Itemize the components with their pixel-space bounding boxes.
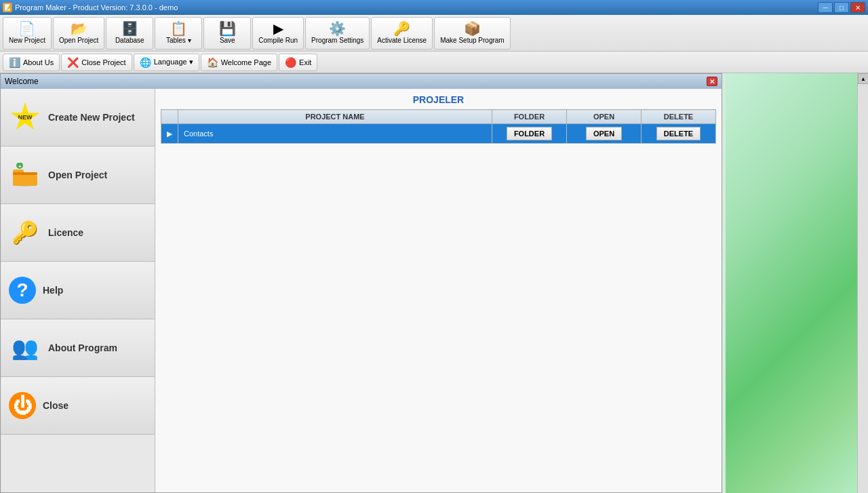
sidebar-licence-label: Licence <box>48 227 83 238</box>
open-project-folder-icon: + <box>9 159 41 191</box>
main-area: ▲ Welcome ✕ NEW Create New Project <box>0 73 868 493</box>
welcome-page-icon: 🏠 <box>207 57 218 68</box>
maximize-button[interactable]: □ <box>834 2 849 13</box>
svg-rect-1 <box>13 175 37 186</box>
row-project-name: Contacts <box>178 124 492 144</box>
about-us-icon: ℹ️ <box>9 57 20 68</box>
new-project-star-icon: NEW <box>9 101 41 134</box>
col-arrow <box>161 110 178 124</box>
close-project-label: Close Project <box>81 58 125 66</box>
col-delete: DELETE <box>642 110 716 124</box>
program-settings-button[interactable]: ⚙️ Program Settings <box>305 17 370 50</box>
database-label: Database <box>115 37 144 44</box>
compile-run-label: Compile Run <box>258 37 298 44</box>
sidebar-help-label: Help <box>43 285 63 296</box>
close-project-icon: ❌ <box>67 57 79 68</box>
welcome-content: NEW Create New Project + <box>1 89 722 492</box>
titlebar-left: 📝 Program Maker - Product Version: 7.3.0… <box>3 3 178 12</box>
toolbar2: ℹ️ About Us ❌ Close Project 🌐 Language ▾… <box>0 52 868 73</box>
save-button[interactable]: 💾 Save <box>203 17 251 50</box>
open-project-button[interactable]: 📂 Open Project <box>53 17 104 50</box>
compile-run-icon: ▶ <box>273 22 283 35</box>
tables-label: Tables ▾ <box>166 37 191 44</box>
program-settings-label: Program Settings <box>311 37 363 44</box>
make-setup-icon: 📦 <box>464 22 481 35</box>
language-label: Language ▾ <box>154 58 193 66</box>
exit-label: Exit <box>299 58 311 66</box>
titlebar-controls: ─ □ ✕ <box>818 2 865 13</box>
welcome-title: Welcome <box>5 77 39 86</box>
close-power-icon: ⏻ <box>9 392 36 419</box>
toolbar1: 📄 New Project 📂 Open Project 🗄️ Database… <box>0 15 868 52</box>
welcome-window: Welcome ✕ NEW Create New Project <box>0 73 722 493</box>
open-project-icon: 📂 <box>71 22 87 35</box>
save-icon: 💾 <box>219 22 236 35</box>
sidebar-create-label: Create New Project <box>48 112 135 123</box>
sidebar: NEW Create New Project + <box>1 89 155 492</box>
row-delete-cell: DELETE <box>642 124 716 144</box>
col-project-name: PROJECT NAME <box>178 110 492 124</box>
app-icon: 📝 <box>3 3 12 12</box>
new-project-button[interactable]: 📄 New Project <box>3 17 52 50</box>
sidebar-create-new-project[interactable]: NEW Create New Project <box>1 89 155 146</box>
compile-run-button[interactable]: ▶ Compile Run <box>252 17 304 50</box>
activate-license-icon: 🔑 <box>393 22 410 35</box>
background-panel <box>726 73 868 493</box>
save-label: Save <box>220 37 235 44</box>
exit-button[interactable]: 🔴 Exit <box>279 54 317 71</box>
sidebar-help[interactable]: ? Help <box>1 262 155 319</box>
delete-button[interactable]: DELETE <box>656 127 701 140</box>
svg-text:+: + <box>18 163 22 170</box>
new-project-label: New Project <box>9 37 45 44</box>
exit-icon: 🔴 <box>285 57 296 68</box>
activate-license-button[interactable]: 🔑 Activate License <box>371 17 433 50</box>
welcome-page-button[interactable]: 🏠 Welcome Page <box>201 54 277 71</box>
tables-icon: 📋 <box>170 22 187 35</box>
about-program-icon: 👥 <box>9 332 41 364</box>
close-project-button[interactable]: ❌ Close Project <box>61 54 132 71</box>
row-open-cell: OPEN <box>567 124 642 144</box>
titlebar: 📝 Program Maker - Product Version: 7.3.0… <box>0 0 868 15</box>
folder-button[interactable]: FOLDER <box>507 127 552 140</box>
language-icon: 🌐 <box>140 57 151 68</box>
sidebar-close-label: Close <box>43 400 68 411</box>
welcome-close-button[interactable]: ✕ <box>707 77 717 86</box>
database-button[interactable]: 🗄️ Database <box>106 17 153 50</box>
new-project-icon: 📄 <box>18 22 35 35</box>
database-icon: 🗄️ <box>121 22 138 35</box>
sidebar-close[interactable]: ⏻ Close <box>1 377 155 435</box>
make-setup-button[interactable]: 📦 Make Setup Program <box>434 17 511 50</box>
tables-button[interactable]: 📋 Tables ▾ <box>155 17 202 50</box>
svg-rect-3 <box>13 172 37 175</box>
table-row[interactable]: ▶ Contacts FOLDER OPEN DELETE <box>161 124 716 144</box>
sidebar-about-label: About Program <box>48 342 117 353</box>
row-arrow: ▶ <box>161 124 178 144</box>
program-settings-icon: ⚙️ <box>329 22 346 35</box>
new-starburst: NEW <box>10 102 40 132</box>
col-folder: FOLDER <box>492 110 567 124</box>
window-title: Program Maker - Product Version: 7.3.0.0… <box>15 3 178 12</box>
projeler-title: PROJELER <box>161 94 716 105</box>
about-us-button[interactable]: ℹ️ About Us <box>3 54 60 71</box>
about-us-label: About Us <box>23 58 54 66</box>
language-button[interactable]: 🌐 Language ▾ <box>134 54 199 71</box>
scroll-up-arrow[interactable]: ▲ <box>858 73 868 84</box>
scrollbar[interactable]: ▲ <box>857 73 868 493</box>
minimize-button[interactable]: ─ <box>818 2 833 13</box>
project-panel: PROJELER PROJECT NAME FOLDER OPEN DELETE <box>155 89 722 492</box>
sidebar-open-label: Open Project <box>48 170 107 180</box>
col-open: OPEN <box>567 110 642 124</box>
sidebar-open-project[interactable]: + Open Project <box>1 146 155 204</box>
project-table: PROJECT NAME FOLDER OPEN DELETE ▶ Contac… <box>161 109 716 144</box>
sidebar-licence[interactable]: 🔑 Licence <box>1 204 155 262</box>
welcome-page-label: Welcome Page <box>221 58 271 66</box>
help-icon: ? <box>9 277 36 304</box>
close-window-button[interactable]: ✕ <box>850 2 865 13</box>
licence-icon: 🔑 <box>9 216 41 249</box>
open-button[interactable]: OPEN <box>586 127 622 140</box>
welcome-titlebar: Welcome ✕ <box>1 74 722 89</box>
activate-license-label: Activate License <box>377 37 427 44</box>
open-project-label: Open Project <box>59 37 98 44</box>
sidebar-about-program[interactable]: 👥 About Program <box>1 319 155 377</box>
make-setup-label: Make Setup Program <box>440 37 505 44</box>
